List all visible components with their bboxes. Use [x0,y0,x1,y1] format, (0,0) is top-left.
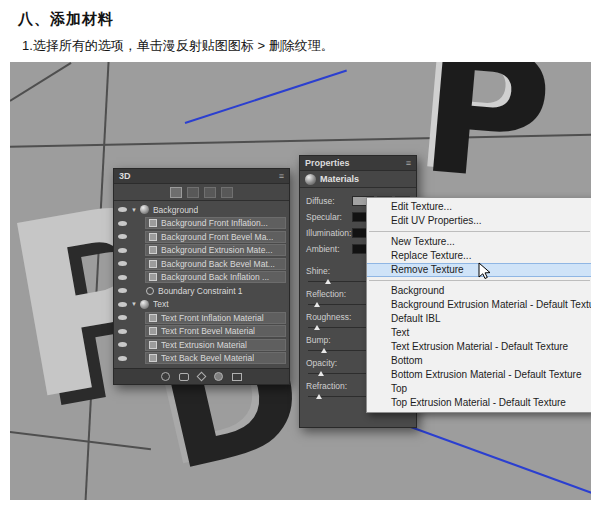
menu-item-new-texture[interactable]: New Texture... [367,235,591,249]
map-label: Ambient: [306,244,352,254]
filter-meshes-icon[interactable] [187,187,199,198]
visibility-eye-icon[interactable] [118,275,127,280]
mesh-icon [140,205,149,214]
3d-filter-bar [114,184,289,201]
panel-menu-icon[interactable]: ≡ [279,171,284,181]
layer-label: Text [153,299,169,309]
constraint-label: Boundary Constraint 1 [158,286,243,296]
menu-item-background-extrusion-material-default-texture[interactable]: Background Extrusion Material - Default … [367,298,591,312]
map-label: Specular: [306,212,352,222]
material-row-highlight[interactable]: Background Front Bevel Ma... [145,231,286,243]
3d-panel-title: 3D [119,171,131,181]
scene-globe-icon[interactable] [161,372,170,381]
ibl-icon[interactable] [214,372,223,381]
delete-icon[interactable] [232,373,242,381]
material-label: Text Extrusion Material [161,340,247,350]
menu-item-text-extrusion-material-default-texture[interactable]: Text Extrusion Material - Default Textur… [367,340,591,354]
properties-panel-header: Properties ≡ [300,156,416,171]
slider-label: Roughness: [306,312,351,322]
menu-item-background[interactable]: Background [367,284,591,298]
material-row-highlight[interactable]: Background Back Bevel Mat... [145,258,286,270]
menu-item-bottom[interactable]: Bottom [367,354,591,368]
3d-material-row[interactable]: Background Extrusion Mate... [114,244,289,258]
filter-whole-scene-icon[interactable] [170,187,182,198]
material-row-highlight[interactable]: Text Front Inflation Material [145,312,286,324]
slider-handle[interactable] [318,371,324,376]
3d-material-row[interactable]: Text Front Inflation Material [114,311,289,325]
chevron-down-icon[interactable]: ▼ [131,207,137,213]
3d-material-row[interactable]: Background Front Inflation... [114,217,289,231]
material-row-highlight[interactable]: Text Back Bevel Material [145,352,286,364]
light-icon[interactable] [197,372,207,382]
material-label: Text Front Bevel Material [161,326,255,336]
panel-menu-icon[interactable]: ≡ [406,158,411,168]
filter-materials-icon[interactable] [204,187,216,198]
menu-item-replace-texture[interactable]: Replace Texture... [367,249,591,263]
texture-badge-icon [149,273,157,281]
visibility-eye-icon[interactable] [118,207,127,212]
chevron-down-icon[interactable]: ▼ [131,301,137,307]
visibility-eye-icon[interactable] [118,329,127,334]
3d-constraint-row[interactable]: Boundary Constraint 1 [114,284,289,298]
cursor-icon [478,262,492,281]
3d-material-row[interactable]: Background Back Bevel Mat... [114,257,289,271]
material-row-highlight[interactable]: Text Front Bevel Material [145,325,286,337]
texture-badge-icon [149,314,157,322]
3d-material-row[interactable]: Background Front Bevel Ma... [114,230,289,244]
texture-badge-icon [149,260,157,268]
material-row-highlight[interactable]: Background Back Inflation ... [145,271,286,283]
texture-badge-icon [149,246,157,254]
menu-item-text[interactable]: Text [367,326,591,340]
camera-icon[interactable] [179,373,189,381]
visibility-eye-icon[interactable] [118,342,127,347]
slider-handle[interactable] [314,325,320,330]
menu-item-edit-texture[interactable]: Edit Texture... [367,200,591,214]
materials-tab-label: Materials [320,174,359,184]
slider-label: Opacity: [306,358,337,368]
3d-material-row[interactable]: Text Front Bevel Material [114,325,289,339]
filter-lights-icon[interactable] [221,187,233,198]
visibility-eye-icon[interactable] [118,302,127,307]
menu-item-default-ibl[interactable]: Default IBL [367,312,591,326]
material-label: Text Front Inflation Material [161,313,264,323]
slider-handle[interactable] [321,348,327,353]
slider-label: Refraction: [306,381,347,391]
visibility-eye-icon[interactable] [118,248,127,253]
3d-letter: P [415,62,558,207]
grid-line [10,62,72,102]
mesh-icon [140,300,149,309]
axis-line-blue [408,425,591,494]
properties-panel-title: Properties [305,158,350,168]
material-label: Background Extrusion Mate... [161,245,273,255]
visibility-eye-icon[interactable] [118,261,127,266]
visibility-eye-icon[interactable] [118,234,127,239]
menu-item-top-extrusion-material-default-texture[interactable]: Top Extrusion Material - Default Texture [367,396,591,410]
map-label: Diffuse: [306,196,352,206]
menu-item-bottom-extrusion-material-default-texture[interactable]: Bottom Extrusion Material - Default Text… [367,368,591,382]
slider-handle[interactable] [325,279,331,284]
menu-item-edit-uv-properties[interactable]: Edit UV Properties... [367,214,591,228]
visibility-eye-icon[interactable] [118,288,127,293]
material-row-highlight[interactable]: Text Extrusion Material [145,339,286,351]
visibility-eye-icon[interactable] [118,315,127,320]
3d-panel-header: 3D ≡ [114,169,289,184]
slider-handle[interactable] [314,302,320,307]
3d-material-row[interactable]: Text Back Bevel Material [114,352,289,366]
visibility-eye-icon[interactable] [118,356,127,361]
3d-panel: 3D ≡ ▼ Background Background Front Infla… [113,168,290,385]
materials-tab[interactable]: Materials [300,171,416,188]
photoshop-3d-viewport[interactable]: P P D 3D ≡ ▼ Background Background Front… [10,62,591,500]
slider-label: Bump: [306,335,331,345]
3d-group-row[interactable]: ▼ Text [114,298,289,312]
slider-handle[interactable] [316,394,322,399]
material-row-highlight[interactable]: Background Front Inflation... [145,217,286,229]
menu-item-top[interactable]: Top [367,382,591,396]
visibility-eye-icon[interactable] [118,221,127,226]
3d-material-row[interactable]: Text Extrusion Material [114,338,289,352]
3d-panel-toolbar [114,368,289,384]
3d-material-row[interactable]: Background Back Inflation ... [114,271,289,285]
texture-badge-icon [149,327,157,335]
material-row-highlight[interactable]: Background Extrusion Mate... [145,244,286,256]
3d-group-row[interactable]: ▼ Background [114,203,289,217]
material-label: Background Back Bevel Mat... [161,259,275,269]
